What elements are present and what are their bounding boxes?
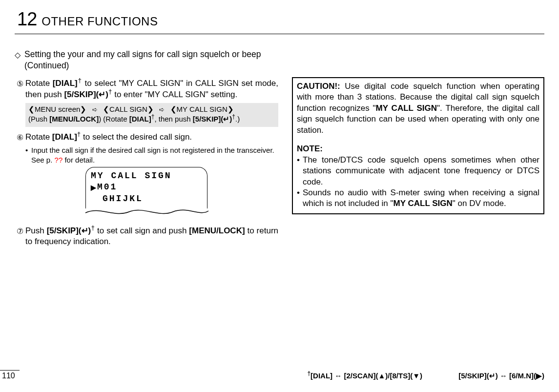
arrow-icon: ➪	[158, 106, 166, 113]
t: Input the call sign if the desired call …	[31, 145, 278, 165]
t: MY CALL SIGN	[376, 103, 437, 113]
bullet-icon: •	[25, 145, 31, 165]
chapter-number: 12	[17, 9, 37, 30]
lcd-screen: MY CALL SIGN ▶M01 GHIJKL	[85, 167, 207, 220]
lcd-line-1: MY CALL SIGN	[91, 170, 207, 182]
page-number-box: 110	[0, 370, 20, 380]
t: Rotate	[25, 132, 52, 142]
t: [DIAL]	[52, 132, 77, 142]
caution-box: CAUTION!: Use digital code squelch funct…	[292, 77, 544, 214]
header-rule	[15, 34, 544, 34]
mp-item: MENU screen	[35, 105, 80, 113]
note-item-1: • The tone/DTCS code squelch opens somet…	[297, 155, 539, 187]
t: [5/SKIP](↵)	[64, 90, 108, 99]
footer: 110 †[DIAL] ↔ [2/SCAN](▲)/[8/TS](▼) [5/S…	[0, 370, 559, 380]
menu-path-keys: (Push [MENU/LOCK]) (Rotate [DIAL]†, then…	[28, 114, 275, 124]
caution-head: CAUTION!:	[297, 82, 340, 91]
t: [DIAL]	[129, 115, 151, 123]
note-list: • The tone/DTCS code squelch opens somet…	[297, 155, 539, 209]
chapter-title: OTHER FUNCTIONS	[41, 15, 158, 28]
right-column: CAUTION!: Use digital code squelch funct…	[292, 49, 544, 250]
t: , then push	[154, 115, 192, 123]
rbracket-icon: ❯	[80, 105, 86, 113]
t: [MENU/LOCK]	[49, 115, 99, 123]
step-number-6: ⑥	[15, 132, 25, 143]
menu-path-items: ❮MENU screen❯ ➪ ❮CALL SIGN❯ ➪ ❮MY CALL S…	[28, 104, 275, 114]
rbracket-icon: ❯	[147, 105, 154, 113]
torn-edge-icon	[85, 207, 209, 216]
lcd-line-2: ▶M01	[91, 182, 207, 193]
dagger: †	[91, 224, 95, 231]
t: ) (Rotate	[99, 115, 129, 123]
t: .)	[235, 115, 240, 123]
t: The tone/DTCS code squelch opens sometim…	[303, 155, 539, 187]
pointer-icon: ▶	[91, 183, 96, 192]
menu-path-box: ❮MENU screen❯ ➪ ❮CALL SIGN❯ ➪ ❮MY CALL S…	[25, 103, 278, 127]
step-6-text: Rotate [DIAL]† to select the desired cal…	[25, 132, 278, 143]
right-icon: ▶	[536, 371, 542, 380]
lcd-illustration: MY CALL SIGN ▶M01 GHIJKL	[15, 167, 278, 220]
mp-item: MY CALL SIGN	[177, 105, 228, 113]
mp-item: CALL SIGN	[109, 105, 147, 113]
t: Push	[25, 226, 47, 235]
body-columns: ◇ Setting the your and my call signs for…	[15, 49, 544, 250]
left-column: ◇ Setting the your and my call signs for…	[15, 49, 278, 250]
down-icon: ▼	[413, 371, 420, 380]
note-heading: NOTE:	[297, 144, 539, 154]
lbracket-icon: ❮	[103, 105, 109, 113]
section-title: Setting the your and my call signs for c…	[24, 49, 278, 71]
t: [5/SKIP](↵)	[47, 226, 91, 235]
caution-paragraph: CAUTION!: Use digital code squelch funct…	[297, 81, 539, 136]
step-7: ⑦ Push [5/SKIP](↵)† to set call sign and…	[15, 226, 278, 248]
page-number: 110	[0, 371, 15, 380]
t: [DIAL]	[53, 79, 78, 88]
footnote-seg-2: [5/SKIP](↵) ↔ [6/M.N](▶)	[458, 371, 544, 380]
footnote: †[DIAL] ↔ [2/SCAN](▲)/[8/TS](▼) [5/SKIP]…	[20, 371, 559, 380]
t: to enter "MY CALL SIGN" setting.	[112, 90, 237, 99]
page: 12 OTHER FUNCTIONS ◇ Setting the your an…	[0, 0, 559, 392]
chapter-header: 12 OTHER FUNCTIONS	[17, 9, 544, 30]
arrow-icon: ➪	[91, 106, 99, 113]
step-6: ⑥ Rotate [DIAL]† to select the desired c…	[15, 132, 278, 143]
step-7-text: Push [5/SKIP](↵)† to set call sign and p…	[25, 226, 278, 248]
rbracket-icon: ❯	[228, 105, 234, 113]
t: to set call sign and push	[95, 226, 189, 235]
t: [5/SKIP](↵)	[193, 115, 232, 123]
up-icon: ▲	[378, 371, 385, 380]
step-number-7: ⑦	[15, 226, 25, 248]
note-item-2: • Sounds no audio with S-meter swing whe…	[297, 187, 539, 209]
lbracket-icon: ❮	[28, 105, 35, 113]
step-5-text: Rotate [DIAL]† to select "MY CALL SIGN" …	[25, 78, 278, 100]
lbracket-icon: ❮	[170, 105, 177, 113]
step-number-5: ⑤	[15, 78, 25, 100]
step-6-bullet: • Input the call sign if the desired cal…	[25, 145, 278, 165]
step-5: ⑤ Rotate [DIAL]† to select "MY CALL SIGN…	[15, 78, 278, 100]
lcd-line-3: GHIJKL	[91, 193, 207, 205]
bullet-icon: •	[297, 155, 303, 187]
bullet-icon: •	[297, 187, 303, 209]
t: [MENU/LOCK]	[189, 226, 245, 235]
t: Sounds no audio with S-meter swing when …	[303, 187, 539, 209]
missing-page-ref: ??	[55, 156, 63, 164]
step-6-note: • Input the call sign if the desired cal…	[25, 145, 278, 165]
diamond-icon: ◇	[15, 49, 21, 61]
t: (Push	[28, 115, 49, 123]
t: Rotate	[25, 79, 53, 88]
footnote-seg-1: †[DIAL] ↔ [2/SCAN](▲)/[8/TS](▼)	[307, 371, 424, 380]
lcd-m01: M01	[97, 182, 117, 193]
section-heading: ◇ Setting the your and my call signs for…	[15, 49, 278, 71]
dagger: †	[232, 113, 235, 120]
dagger: †	[78, 77, 82, 84]
t: to select the desired call sign.	[81, 132, 192, 142]
